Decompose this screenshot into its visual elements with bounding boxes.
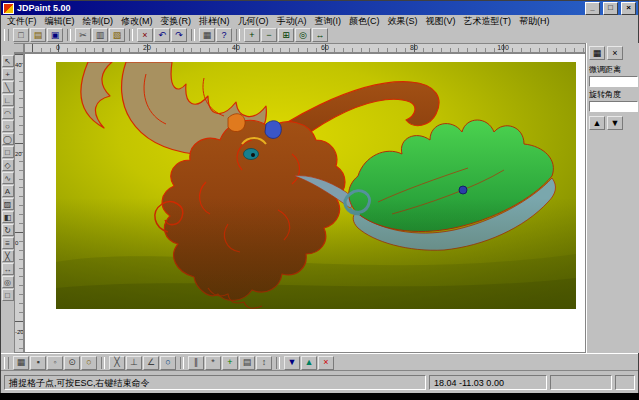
hruler-label: 40 — [232, 44, 240, 51]
right-panel: ▦× 微调距离旋转角度 ▲▼ — [586, 43, 639, 353]
pen-icon[interactable]: ▼ — [284, 356, 300, 370]
polygon-tool[interactable]: ◇ — [2, 159, 14, 171]
drawing-canvas[interactable] — [24, 53, 586, 353]
status-extra — [550, 375, 612, 390]
menu-help[interactable]: 帮助(H) — [515, 15, 554, 28]
mirror-tool[interactable]: ◧ — [2, 211, 14, 223]
status-prompt: 捕捉格子点,可按ESC,右键结束命令 — [4, 375, 426, 390]
save-icon[interactable]: ▣ — [47, 28, 63, 42]
polar-icon[interactable]: * — [205, 356, 221, 370]
snap-perpendicular-icon[interactable]: ⊥ — [126, 356, 142, 370]
menu-effect[interactable]: 效果(S) — [384, 15, 422, 28]
select-tool[interactable]: ↖ — [2, 55, 14, 67]
node-edit-tool[interactable]: + — [2, 68, 14, 80]
copy-icon[interactable]: ▥ — [92, 28, 108, 42]
zoom-window-icon[interactable]: ⊞ — [278, 28, 294, 42]
panel-row-input[interactable] — [589, 101, 638, 112]
cancel-icon[interactable]: × — [318, 356, 334, 370]
left-toolbar: ↖+╲∟◠○◯□◇∿A▨◧↻≡╳↔◎□ — [1, 43, 14, 353]
toolbar-handle[interactable] — [4, 29, 9, 41]
redo-icon[interactable]: ↷ — [171, 28, 187, 42]
track-icon[interactable]: + — [222, 356, 238, 370]
zoom-out-icon[interactable]: − — [261, 28, 277, 42]
ruler-icon[interactable]: ↕ — [256, 356, 272, 370]
text-tool[interactable]: A — [2, 185, 14, 197]
rect-tool[interactable]: □ — [2, 146, 14, 158]
panel-row-1: 旋转角度 — [589, 89, 638, 112]
menu-file[interactable]: 文件(F) — [3, 15, 41, 28]
toolbar-separator — [276, 357, 280, 369]
snap-angle-icon[interactable]: ∠ — [143, 356, 159, 370]
right-panel-rows: 微调距离旋转角度 — [589, 64, 638, 112]
toolbar-separator — [191, 29, 195, 41]
app-icon — [3, 3, 14, 14]
menu-nesting[interactable]: 排样(N) — [195, 15, 234, 28]
paste-icon[interactable]: ▧ — [109, 28, 125, 42]
print-icon[interactable]: ▦ — [199, 28, 215, 42]
cursor-dot — [459, 186, 467, 194]
open-icon[interactable]: ▤ — [30, 28, 46, 42]
menu-modify[interactable]: 修改(M) — [117, 15, 157, 28]
snap-endpoint-icon[interactable]: ▪ — [30, 356, 46, 370]
panel-up-button[interactable]: ▲ — [589, 116, 605, 130]
eraser-tool[interactable]: □ — [2, 289, 14, 301]
snap-intersect-icon[interactable]: ╳ — [109, 356, 125, 370]
menu-query[interactable]: 查询(I) — [311, 15, 346, 28]
toolbar-handle[interactable] — [4, 357, 9, 369]
polyline-tool[interactable]: ∟ — [2, 94, 14, 106]
panel-close-button[interactable]: × — [607, 46, 623, 60]
zoom-tool[interactable]: ◎ — [2, 276, 14, 288]
curve-tool[interactable]: ∿ — [2, 172, 14, 184]
panel-down-button[interactable]: ▼ — [607, 116, 623, 130]
hatch-tool[interactable]: ▨ — [2, 198, 14, 210]
menu-draw[interactable]: 绘制(D) — [79, 15, 118, 28]
zoom-in-icon[interactable]: + — [244, 28, 260, 42]
cut-icon[interactable]: ✂ — [75, 28, 91, 42]
ellipse-tool[interactable]: ◯ — [2, 133, 14, 145]
snap-center-icon[interactable]: ⊙ — [64, 356, 80, 370]
title-bar[interactable]: JDPaint 5.00 _ □ × — [1, 1, 638, 15]
measure-tool[interactable]: ↔ — [2, 263, 14, 275]
grid-display-icon[interactable]: ▤ — [239, 356, 255, 370]
help-icon[interactable]: ? — [216, 28, 232, 42]
menu-transform[interactable]: 变换(R) — [157, 15, 196, 28]
app-window: JDPaint 5.00 _ □ × 文件(F)编辑(E)绘制(D)修改(M)变… — [0, 0, 639, 393]
menu-view[interactable]: 视图(V) — [422, 15, 460, 28]
undo-icon[interactable]: ↶ — [154, 28, 170, 42]
snap-node-icon[interactable]: ○ — [81, 356, 97, 370]
delete-icon[interactable]: × — [137, 28, 153, 42]
menu-geometry[interactable]: 几何(O) — [234, 15, 273, 28]
snap-midpoint-icon[interactable]: ◦ — [47, 356, 63, 370]
toolbar-separator — [129, 29, 133, 41]
minimize-button[interactable]: _ — [585, 2, 600, 15]
close-button[interactable]: × — [621, 2, 636, 15]
panel-row-label: 旋转角度 — [589, 89, 638, 100]
artwork-container — [56, 62, 576, 309]
panel-row-label: 微调距离 — [589, 64, 638, 75]
circle-tool[interactable]: ○ — [2, 120, 14, 132]
arc-tool[interactable]: ◠ — [2, 107, 14, 119]
line-tool[interactable]: ╲ — [2, 81, 14, 93]
panel-row-input[interactable] — [589, 76, 638, 87]
hruler-label: 100 — [497, 44, 509, 51]
offset-tool[interactable]: ≡ — [2, 237, 14, 249]
menu-art[interactable]: 艺术造型(T) — [460, 15, 516, 28]
pan-icon[interactable]: ↔ — [312, 28, 328, 42]
snap-grid-icon[interactable]: ▦ — [13, 356, 29, 370]
hruler-label: 80 — [410, 44, 418, 51]
ortho-icon[interactable]: ∥ — [188, 356, 204, 370]
maximize-button[interactable]: □ — [603, 2, 618, 15]
trim-tool[interactable]: ╳ — [2, 250, 14, 262]
top-toolbar: □▤▣✂▥▧×↶↷▦?+−⊞◎↔ — [1, 27, 638, 44]
toolbar-separator — [180, 357, 184, 369]
menu-color[interactable]: 颜色(C) — [345, 15, 384, 28]
rotate-tool[interactable]: ↻ — [2, 224, 14, 236]
menu-manual[interactable]: 手动(A) — [273, 15, 311, 28]
panel-grid-button[interactable]: ▦ — [589, 46, 605, 60]
snap-tangent-icon[interactable]: ○ — [160, 356, 176, 370]
new-icon[interactable]: □ — [13, 28, 29, 42]
zoom-all-icon[interactable]: ◎ — [295, 28, 311, 42]
menu-edit[interactable]: 编辑(E) — [41, 15, 79, 28]
hruler-label: 60 — [321, 44, 329, 51]
brush-icon[interactable]: ▲ — [301, 356, 317, 370]
